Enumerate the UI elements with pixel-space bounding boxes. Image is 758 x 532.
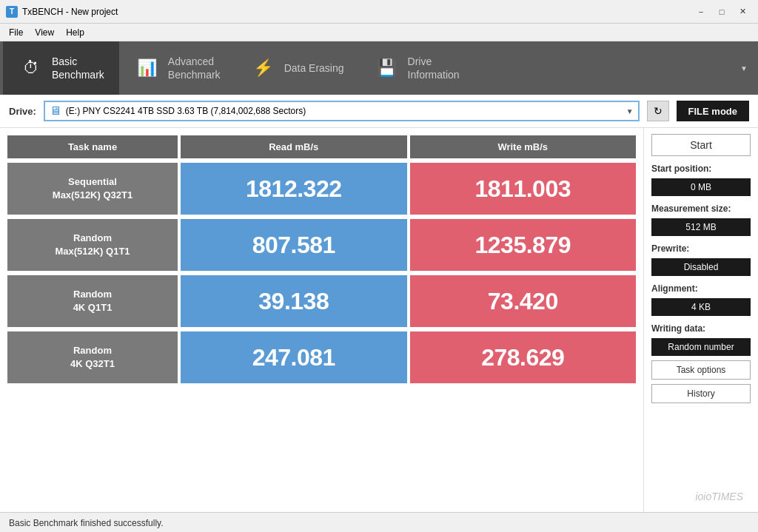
start-position-value[interactable]: 0 MB [651,178,751,196]
measurement-size-label: Measurement size: [651,203,751,214]
maximize-button[interactable]: □ [712,4,731,19]
writing-data-value[interactable]: Random number [651,338,751,356]
data-erasing-label: Data Erasing [284,61,344,75]
drive-disk-icon: 🖥 [50,104,61,118]
basic-benchmark-icon: ⏱ [18,55,44,81]
task-name-0: SequentialMax(512K) Q32T1 [7,163,178,215]
title-bar: T TxBENCH - New project − □ ✕ [0,0,758,24]
drive-information-icon: 💾 [374,55,400,81]
bench-row-0: SequentialMax(512K) Q32T1 1812.322 1811.… [7,163,636,215]
header-read: Read mB/s [181,135,407,158]
minimize-button[interactable]: − [691,4,711,19]
task-options-button[interactable]: Task options [651,360,751,380]
start-position-label: Start position: [651,164,751,174]
benchmark-area: Task name Read mB/s Write mB/s Sequentia… [0,128,643,512]
toolbar: ⏱ BasicBenchmark 📊 AdvancedBenchmark ⚡ D… [0,41,758,95]
write-value-0: 1811.003 [410,163,637,215]
nav-advanced-benchmark[interactable]: 📊 AdvancedBenchmark [119,41,235,95]
nav-drive-information[interactable]: 💾 DriveInformation [359,41,474,95]
file-mode-button[interactable]: FILE mode [677,101,749,121]
start-button[interactable]: Start [651,134,751,156]
menu-help[interactable]: Help [60,26,90,39]
status-text: Basic Benchmark finished successfully. [9,518,164,528]
bench-row-2: Random4K Q1T1 39.138 73.420 [7,275,636,327]
task-name-2: Random4K Q1T1 [7,275,178,327]
drive-row: Drive: 🖥 (E:) PNY CS2241 4TB SSD 3.63 TB… [0,95,758,128]
status-bar: Basic Benchmark finished successfully. [0,512,758,532]
title-bar-buttons: − □ ✕ [691,4,752,19]
read-value-1: 807.581 [181,219,407,271]
measurement-size-value[interactable]: 512 MB [651,218,751,236]
nav-data-erasing[interactable]: ⚡ Data Erasing [235,41,359,95]
read-value-2: 39.138 [181,275,407,327]
alignment-value[interactable]: 4 KB [651,298,751,316]
header-write: Write mB/s [410,135,637,158]
write-value-1: 1235.879 [410,219,637,271]
menu-bar: File View Help [0,24,758,41]
app-icon: T [6,6,18,18]
sidebar: Start Start position: 0 MB Measurement s… [643,128,758,512]
nav-basic-benchmark[interactable]: ⏱ BasicBenchmark [3,41,119,95]
prewrite-value[interactable]: Disabled [651,258,751,276]
menu-file[interactable]: File [3,26,29,39]
write-value-3: 278.629 [410,331,637,383]
data-erasing-icon: ⚡ [250,55,277,81]
write-value-2: 73.420 [410,275,637,327]
toolbar-dropdown-button[interactable]: ▼ [733,41,755,95]
drive-chevron-icon: ▼ [626,107,634,115]
drive-refresh-button[interactable]: ↻ [647,101,669,121]
title-bar-text: TxBENCH - New project [22,7,691,17]
basic-benchmark-label: BasicBenchmark [52,55,104,81]
advanced-benchmark-icon: 📊 [134,55,161,81]
drive-selected-value: (E:) PNY CS2241 4TB SSD 3.63 TB (7,814,0… [66,106,622,116]
menu-view[interactable]: View [29,26,60,39]
task-name-3: Random4K Q32T1 [7,331,178,383]
history-button[interactable]: History [651,384,751,403]
drive-label: Drive: [9,106,36,117]
writing-data-label: Writing data: [651,323,751,334]
task-name-1: RandomMax(512K) Q1T1 [7,219,178,271]
bench-row-3: Random4K Q32T1 247.081 278.629 [7,331,636,383]
alignment-label: Alignment: [651,283,751,294]
bench-header: Task name Read mB/s Write mB/s [7,135,636,158]
read-value-0: 1812.322 [181,163,407,215]
main-content: Task name Read mB/s Write mB/s Sequentia… [0,128,758,512]
header-task-name: Task name [7,135,178,158]
advanced-benchmark-label: AdvancedBenchmark [168,55,221,81]
bench-row-1: RandomMax(512K) Q1T1 807.581 1235.879 [7,219,636,271]
prewrite-label: Prewrite: [651,243,751,254]
drive-selector[interactable]: 🖥 (E:) PNY CS2241 4TB SSD 3.63 TB (7,814… [44,101,640,121]
drive-information-label: DriveInformation [408,55,460,81]
read-value-3: 247.081 [181,331,407,383]
close-button[interactable]: ✕ [733,4,752,19]
